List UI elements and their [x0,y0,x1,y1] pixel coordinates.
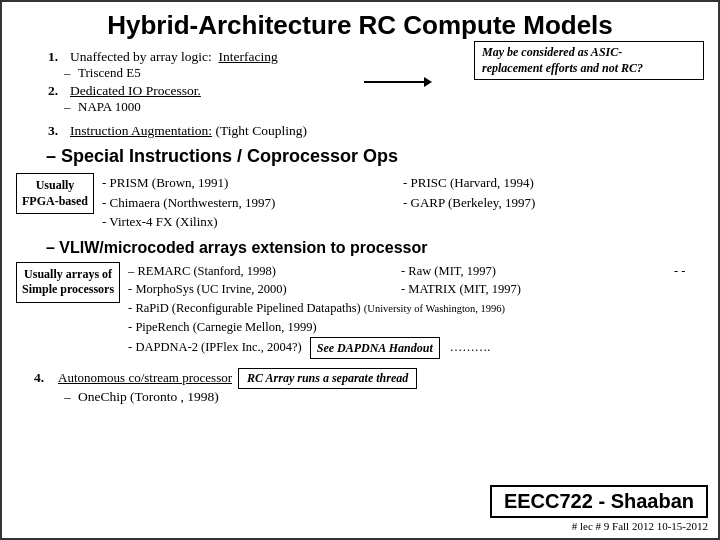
slide-title: Hybrid-Architecture RC Compute Models [16,10,704,41]
dots: ………. [450,338,491,357]
fpga-row-2: - Chimaera (Northwestern, 1997) - GARP (… [102,193,704,213]
footer-lec: # lec # 9 Fall 2012 10-15-2012 [572,520,708,532]
slide-container: Hybrid-Architecture RC Compute Models 1.… [0,0,720,540]
item-4-text: Autonomous co/stream processor [58,370,232,386]
simple-col1-r1: – REMARC (Stanford, 1998) [128,262,401,281]
item-3-num: 3. [48,123,66,139]
simple-line-2: - MorphoSys (UC Irvine, 2000) - MATRIX (… [128,280,704,299]
footer-bar: EECC722 - Shaaban # lec # 9 Fall 2012 10… [12,485,708,532]
item-2-text: Dedicated IO Processor. [70,83,201,99]
simple-line-1: – REMARC (Stanford, 1998) - Raw (MIT, 19… [128,262,704,281]
fpga-row: UsuallyFPGA-based - PRISM (Brown, 1991) … [16,173,704,232]
item-4-num: 4. [34,370,52,386]
callout-box: May be considered as ASIC- replacement e… [474,41,704,80]
item-2-sub-text: NAPA 1000 [78,99,141,115]
fpga-col1-r1: - PRISM (Brown, 1991) [102,173,403,193]
simple-col2-r2: - MATRIX (MIT, 1997) [401,280,674,299]
footer-right: EECC722 - Shaaban # lec # 9 Fall 2012 10… [490,485,708,532]
item-2-num: 2. [48,83,66,99]
simple-line-5: - DAPDNA-2 (IPFlex Inc., 2004?) See DAPD… [128,337,704,359]
see-dapdna-box: See DAPDNA Handout [310,337,440,359]
fpga-col1-r3: - Virtex-4 FX (Xilinx) [102,214,218,229]
item-3: 3. Instruction Augmentation: (Tight Coup… [48,123,704,139]
simple-col2-r1: - Raw (MIT, 1997) [401,262,674,281]
special-heading: – Special Instructions / Coprocessor Ops [46,146,704,167]
item-2-sub: – NAPA 1000 [64,99,704,115]
simple-col3-r2 [674,280,704,299]
item-4-sub: – OneChip (Toronto , 1998) [64,389,704,405]
item-1-num: 1. [48,49,66,65]
piperench-text: - PipeRench (Carnegie Mellon, 1999) [128,320,317,334]
item-3-label: Instruction Augmentation: [70,123,212,138]
callout-arrow [364,77,432,87]
item-4: 4. Autonomous co/stream processor RC Arr… [16,368,704,389]
simple-line-4: - PipeRench (Carnegie Mellon, 1999) [128,318,704,337]
simple-items: – REMARC (Stanford, 1998) - Raw (MIT, 19… [128,262,704,359]
item-4-section: 4. Autonomous co/stream processor RC Arr… [16,366,704,405]
item-3-suffix: (Tight Coupling) [215,123,306,138]
fpga-row-1: - PRISM (Brown, 1991) - PRISC (Harvard, … [102,173,704,193]
item-4-sub-text: OneChip (Toronto , 1998) [78,389,219,405]
content-area: 1. Unaffected by array logic: Interfacin… [16,49,704,405]
rc-array-box: RC Array runs a separate thread [238,368,417,389]
simple-label: Usually arrays ofSimple processors [16,262,120,303]
rapid-univ: (University of Washington, 1996) [364,303,505,314]
item-2-underline: Dedicated IO Processor. [70,83,201,98]
fpga-col2-r2: - GARP (Berkeley, 1997) [403,193,704,213]
item-4-label: Autonomous co/stream processor [58,370,232,385]
eecc-box: EECC722 - Shaaban [490,485,708,518]
simple-col1-r2: - MorphoSys (UC Irvine, 2000) [128,280,401,299]
item-3-text: Instruction Augmentation: (Tight Couplin… [70,123,307,139]
rapid-text: - RaPiD (Reconfigurable Pipelined Datapa… [128,301,364,315]
fpga-items: - PRISM (Brown, 1991) - PRISC (Harvard, … [102,173,704,232]
item-1-text: Unaffected by array logic: Interfacing [70,49,278,65]
item-1-underline: Interfacing [219,49,278,64]
items-1-2-section: 1. Unaffected by array logic: Interfacin… [16,49,704,115]
simple-col3-r1: - - [674,262,704,281]
fpga-row-3: - Virtex-4 FX (Xilinx) [102,212,704,232]
simple-row: Usually arrays ofSimple processors – REM… [16,262,704,359]
vliw-heading: – VLIW/microcoded arrays extension to pr… [46,239,704,257]
item-1-sub-text: Triscend E5 [78,65,141,81]
fpga-label: UsuallyFPGA-based [16,173,94,214]
fpga-col1-r2: - Chimaera (Northwestern, 1997) [102,193,403,213]
simple-line-3: - RaPiD (Reconfigurable Pipelined Datapa… [128,299,704,318]
fpga-col2-r1: - PRISC (Harvard, 1994) [403,173,704,193]
dapdna-text: - DAPDNA-2 (IPFlex Inc., 2004?) [128,338,302,357]
